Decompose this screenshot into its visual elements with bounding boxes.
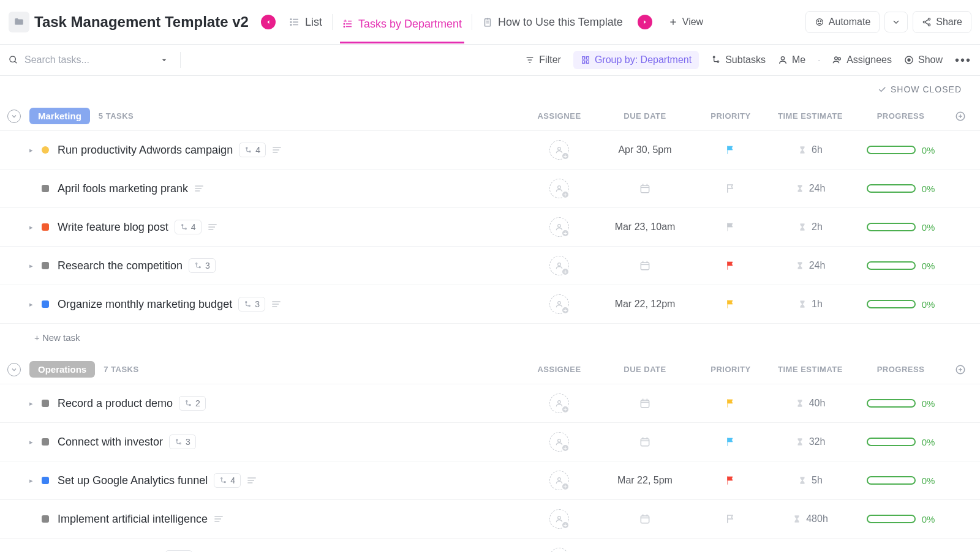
due-date-cell[interactable]: Apr 30, 5pm [596,144,694,155]
automate-dropdown[interactable] [884,12,908,32]
assignees-chip[interactable]: Assignees [832,54,892,65]
time-estimate-cell[interactable]: 5h [767,475,853,486]
tab-list[interactable]: List [287,12,325,32]
task-name[interactable]: Run productivity Adwords campaign [58,144,233,157]
expand-icon[interactable]: ▸ [29,400,37,408]
col-progress[interactable]: PROGRESS [853,365,948,374]
status-indicator[interactable] [42,515,49,523]
priority-cell[interactable] [694,299,767,310]
due-date-cell[interactable] [596,182,694,195]
expand-icon[interactable]: ▸ [29,262,37,270]
description-icon[interactable] [208,223,217,231]
priority-cell[interactable] [694,475,767,486]
new-task-button[interactable]: + New task [0,324,980,351]
progress-cell[interactable]: 0% [853,222,948,233]
due-date-cell[interactable] [596,513,694,525]
assignee-cell[interactable]: + [522,471,596,490]
add-column-button[interactable] [948,364,973,375]
more-icon[interactable]: ••• [955,53,971,67]
subtask-count-chip[interactable]: 3 [238,297,265,311]
time-estimate-cell[interactable]: 24h [767,183,853,194]
task-name[interactable]: Implement artificial intelligence [58,513,208,526]
subtask-count-chip[interactable]: 2 [179,396,206,411]
tab-tasks-by-department[interactable]: Tasks by Department [340,14,464,43]
status-indicator[interactable] [42,185,49,192]
page-title[interactable]: Task Management Template v2 [34,13,249,31]
task-row[interactable]: ▸Record a product demo2+40h0% [0,384,980,422]
priority-cell[interactable] [694,436,767,447]
priority-cell[interactable] [694,144,767,155]
status-indicator[interactable] [42,223,49,231]
due-date-cell[interactable] [596,259,694,272]
task-row[interactable]: ▸Write feature blog post4+Mar 23, 10am2h… [0,207,980,246]
assignee-cell[interactable]: + [522,294,596,314]
task-name[interactable]: Write feature blog post [58,221,168,234]
assignee-cell[interactable]: + [522,393,596,413]
task-row[interactable]: Implement artificial intelligence+480h0% [0,499,980,538]
show-chip[interactable]: Show [904,54,943,65]
task-name[interactable]: Connect with investor [58,436,163,449]
task-row[interactable]: ▸Research the competition3+24h0% [0,246,980,285]
subtask-count-chip[interactable]: 4 [175,220,202,234]
group-badge[interactable]: Operations [29,361,95,378]
assignee-placeholder[interactable]: + [549,217,569,237]
assignee-cell[interactable]: + [522,140,596,160]
time-estimate-cell[interactable]: 2h [767,222,853,233]
assignee-placeholder[interactable]: + [549,256,569,275]
col-priority[interactable]: PRIORITY [694,111,767,121]
folder-icon[interactable] [9,12,29,32]
task-row[interactable]: April fools marketing prank+24h0% [0,169,980,207]
task-name[interactable]: Organize monthly marketing budget [58,298,232,311]
task-row[interactable]: ▸Run productivity Adwords campaign4+Apr … [0,130,980,169]
status-indicator[interactable] [42,146,49,154]
task-name[interactable]: Set up Google Analytics funnel [58,474,208,487]
status-indicator[interactable] [42,477,49,484]
progress-cell[interactable]: 0% [853,514,948,524]
assignee-cell[interactable]: + [522,256,596,275]
time-estimate-cell[interactable]: 32h [767,436,853,447]
due-date-cell[interactable]: Mar 22, 5pm [596,475,694,486]
subtask-count-chip[interactable]: 4 [214,473,241,488]
assignee-placeholder[interactable]: + [549,432,569,452]
status-indicator[interactable] [42,438,49,446]
task-row[interactable]: ▸Hire VP of marketing4+Mar 26, 4pm80h0% [0,538,980,552]
share-button[interactable]: Share [913,11,971,33]
assignee-cell[interactable]: + [522,179,596,198]
nav-prev-button[interactable] [261,15,276,29]
group-badge[interactable]: Marketing [29,108,90,124]
col-time-estimate[interactable]: TIME ESTIMATE [767,365,853,374]
search-input[interactable] [24,54,153,65]
me-chip[interactable]: Me [778,54,805,65]
nav-next-button[interactable] [638,15,652,29]
col-due-date[interactable]: DUE DATE [596,111,694,121]
status-indicator[interactable] [42,262,49,269]
show-closed-toggle[interactable]: SHOW CLOSED [877,84,962,94]
assignee-placeholder[interactable]: + [549,140,569,160]
task-row[interactable]: ▸Connect with investor3+32h0% [0,422,980,461]
time-estimate-cell[interactable]: 1h [767,299,853,310]
task-name[interactable]: April fools marketing prank [58,182,188,195]
task-name[interactable]: Research the competition [58,259,183,272]
subtask-count-chip[interactable]: 4 [239,143,266,157]
assignee-placeholder[interactable]: + [549,509,569,529]
expand-icon[interactable]: ▸ [29,438,37,446]
time-estimate-cell[interactable]: 40h [767,398,853,409]
progress-cell[interactable]: 0% [853,184,948,194]
expand-icon[interactable]: ▸ [29,300,37,308]
collapse-group-button[interactable] [7,363,21,376]
priority-cell[interactable] [694,260,767,271]
due-date-cell[interactable] [596,436,694,448]
progress-cell[interactable]: 0% [853,437,948,447]
assignee-cell[interactable]: + [522,217,596,237]
assignee-placeholder[interactable]: + [549,471,569,490]
description-icon[interactable] [272,146,282,154]
col-assignee[interactable]: ASSIGNEE [522,111,596,121]
chevron-down-icon[interactable] [159,55,169,65]
status-indicator[interactable] [42,400,49,407]
filter-chip[interactable]: Filter [525,54,561,65]
assignee-cell[interactable]: + [522,509,596,529]
progress-cell[interactable]: 0% [853,476,948,486]
description-icon[interactable] [214,515,224,523]
group-by-chip[interactable]: Group by: Department [573,51,699,69]
assignee-cell[interactable]: + [522,432,596,452]
